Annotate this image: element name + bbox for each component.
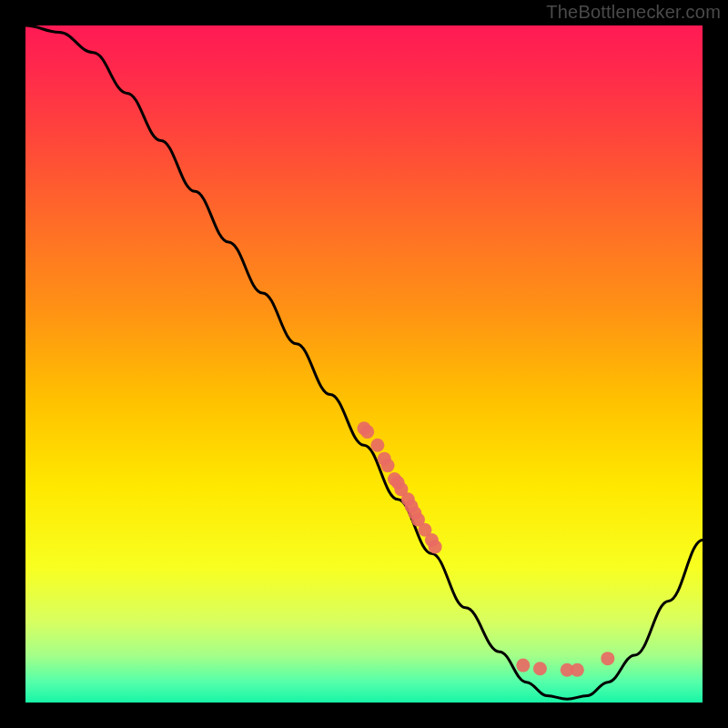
scatter-dot bbox=[360, 425, 374, 439]
chart-svg bbox=[25, 25, 703, 703]
scatter-dot bbox=[516, 659, 530, 672]
scatter-dot bbox=[571, 663, 584, 677]
plot-area bbox=[25, 25, 703, 703]
scatter-dot bbox=[381, 459, 395, 472]
scatter-dot bbox=[429, 540, 442, 553]
scatter-dot bbox=[370, 439, 384, 452]
chart-stage: TheBottlenecker.com bbox=[0, 0, 728, 728]
scatter-dot bbox=[601, 652, 614, 665]
watermark-text: TheBottlenecker.com bbox=[546, 2, 721, 23]
scatter-dot bbox=[533, 662, 547, 675]
gradient-background bbox=[25, 25, 703, 703]
